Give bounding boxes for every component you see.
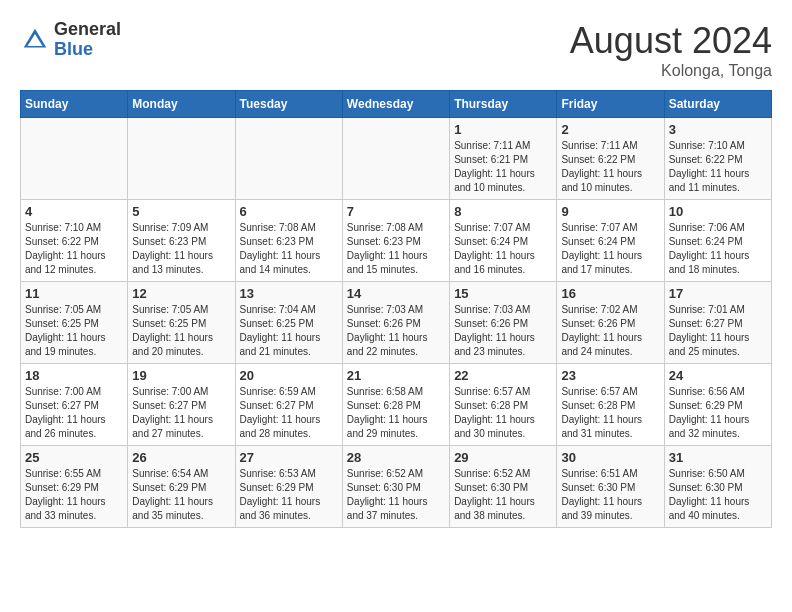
day-number: 29 bbox=[454, 450, 552, 465]
day-info: Sunrise: 7:11 AM Sunset: 6:22 PM Dayligh… bbox=[561, 139, 659, 195]
calendar-cell: 13Sunrise: 7:04 AM Sunset: 6:25 PM Dayli… bbox=[235, 282, 342, 364]
day-info: Sunrise: 6:53 AM Sunset: 6:29 PM Dayligh… bbox=[240, 467, 338, 523]
day-number: 23 bbox=[561, 368, 659, 383]
calendar-cell: 28Sunrise: 6:52 AM Sunset: 6:30 PM Dayli… bbox=[342, 446, 449, 528]
day-number: 13 bbox=[240, 286, 338, 301]
day-number: 3 bbox=[669, 122, 767, 137]
day-number: 9 bbox=[561, 204, 659, 219]
logo-text: General Blue bbox=[54, 20, 121, 60]
day-info: Sunrise: 7:03 AM Sunset: 6:26 PM Dayligh… bbox=[347, 303, 445, 359]
calendar-cell: 7Sunrise: 7:08 AM Sunset: 6:23 PM Daylig… bbox=[342, 200, 449, 282]
day-number: 24 bbox=[669, 368, 767, 383]
day-number: 4 bbox=[25, 204, 123, 219]
day-info: Sunrise: 7:09 AM Sunset: 6:23 PM Dayligh… bbox=[132, 221, 230, 277]
day-info: Sunrise: 7:10 AM Sunset: 6:22 PM Dayligh… bbox=[25, 221, 123, 277]
calendar-cell: 10Sunrise: 7:06 AM Sunset: 6:24 PM Dayli… bbox=[664, 200, 771, 282]
calendar-cell bbox=[21, 118, 128, 200]
day-info: Sunrise: 7:00 AM Sunset: 6:27 PM Dayligh… bbox=[132, 385, 230, 441]
week-row-2: 11Sunrise: 7:05 AM Sunset: 6:25 PM Dayli… bbox=[21, 282, 772, 364]
header-sunday: Sunday bbox=[21, 91, 128, 118]
week-row-1: 4Sunrise: 7:10 AM Sunset: 6:22 PM Daylig… bbox=[21, 200, 772, 282]
calendar-cell: 3Sunrise: 7:10 AM Sunset: 6:22 PM Daylig… bbox=[664, 118, 771, 200]
day-number: 27 bbox=[240, 450, 338, 465]
calendar-body: 1Sunrise: 7:11 AM Sunset: 6:21 PM Daylig… bbox=[21, 118, 772, 528]
calendar-cell: 12Sunrise: 7:05 AM Sunset: 6:25 PM Dayli… bbox=[128, 282, 235, 364]
logo-icon bbox=[20, 25, 50, 55]
day-number: 10 bbox=[669, 204, 767, 219]
calendar-header: SundayMondayTuesdayWednesdayThursdayFrid… bbox=[21, 91, 772, 118]
header-thursday: Thursday bbox=[450, 91, 557, 118]
page-header: General Blue August 2024 Kolonga, Tonga bbox=[20, 20, 772, 80]
calendar-cell bbox=[235, 118, 342, 200]
calendar-cell: 15Sunrise: 7:03 AM Sunset: 6:26 PM Dayli… bbox=[450, 282, 557, 364]
calendar-cell: 9Sunrise: 7:07 AM Sunset: 6:24 PM Daylig… bbox=[557, 200, 664, 282]
day-number: 21 bbox=[347, 368, 445, 383]
day-number: 26 bbox=[132, 450, 230, 465]
day-number: 18 bbox=[25, 368, 123, 383]
day-number: 28 bbox=[347, 450, 445, 465]
calendar-cell: 30Sunrise: 6:51 AM Sunset: 6:30 PM Dayli… bbox=[557, 446, 664, 528]
day-info: Sunrise: 7:07 AM Sunset: 6:24 PM Dayligh… bbox=[454, 221, 552, 277]
day-info: Sunrise: 7:07 AM Sunset: 6:24 PM Dayligh… bbox=[561, 221, 659, 277]
day-info: Sunrise: 7:05 AM Sunset: 6:25 PM Dayligh… bbox=[132, 303, 230, 359]
day-number: 5 bbox=[132, 204, 230, 219]
header-row: SundayMondayTuesdayWednesdayThursdayFrid… bbox=[21, 91, 772, 118]
day-number: 20 bbox=[240, 368, 338, 383]
day-number: 30 bbox=[561, 450, 659, 465]
day-info: Sunrise: 7:00 AM Sunset: 6:27 PM Dayligh… bbox=[25, 385, 123, 441]
calendar-cell: 23Sunrise: 6:57 AM Sunset: 6:28 PM Dayli… bbox=[557, 364, 664, 446]
calendar-cell: 24Sunrise: 6:56 AM Sunset: 6:29 PM Dayli… bbox=[664, 364, 771, 446]
day-number: 14 bbox=[347, 286, 445, 301]
header-wednesday: Wednesday bbox=[342, 91, 449, 118]
day-info: Sunrise: 7:11 AM Sunset: 6:21 PM Dayligh… bbox=[454, 139, 552, 195]
calendar-cell: 31Sunrise: 6:50 AM Sunset: 6:30 PM Dayli… bbox=[664, 446, 771, 528]
title-block: August 2024 Kolonga, Tonga bbox=[570, 20, 772, 80]
calendar-cell bbox=[342, 118, 449, 200]
calendar-cell: 2Sunrise: 7:11 AM Sunset: 6:22 PM Daylig… bbox=[557, 118, 664, 200]
calendar-cell: 27Sunrise: 6:53 AM Sunset: 6:29 PM Dayli… bbox=[235, 446, 342, 528]
day-info: Sunrise: 6:59 AM Sunset: 6:27 PM Dayligh… bbox=[240, 385, 338, 441]
page-subtitle: Kolonga, Tonga bbox=[570, 62, 772, 80]
header-monday: Monday bbox=[128, 91, 235, 118]
day-info: Sunrise: 6:52 AM Sunset: 6:30 PM Dayligh… bbox=[347, 467, 445, 523]
calendar-cell: 5Sunrise: 7:09 AM Sunset: 6:23 PM Daylig… bbox=[128, 200, 235, 282]
calendar-cell: 4Sunrise: 7:10 AM Sunset: 6:22 PM Daylig… bbox=[21, 200, 128, 282]
calendar-cell: 26Sunrise: 6:54 AM Sunset: 6:29 PM Dayli… bbox=[128, 446, 235, 528]
day-number: 8 bbox=[454, 204, 552, 219]
day-info: Sunrise: 6:51 AM Sunset: 6:30 PM Dayligh… bbox=[561, 467, 659, 523]
week-row-3: 18Sunrise: 7:00 AM Sunset: 6:27 PM Dayli… bbox=[21, 364, 772, 446]
calendar-cell: 22Sunrise: 6:57 AM Sunset: 6:28 PM Dayli… bbox=[450, 364, 557, 446]
logo: General Blue bbox=[20, 20, 121, 60]
day-info: Sunrise: 7:02 AM Sunset: 6:26 PM Dayligh… bbox=[561, 303, 659, 359]
day-info: Sunrise: 6:56 AM Sunset: 6:29 PM Dayligh… bbox=[669, 385, 767, 441]
day-number: 11 bbox=[25, 286, 123, 301]
header-tuesday: Tuesday bbox=[235, 91, 342, 118]
header-friday: Friday bbox=[557, 91, 664, 118]
day-number: 12 bbox=[132, 286, 230, 301]
day-info: Sunrise: 7:04 AM Sunset: 6:25 PM Dayligh… bbox=[240, 303, 338, 359]
calendar-cell: 25Sunrise: 6:55 AM Sunset: 6:29 PM Dayli… bbox=[21, 446, 128, 528]
week-row-0: 1Sunrise: 7:11 AM Sunset: 6:21 PM Daylig… bbox=[21, 118, 772, 200]
day-info: Sunrise: 7:01 AM Sunset: 6:27 PM Dayligh… bbox=[669, 303, 767, 359]
day-number: 7 bbox=[347, 204, 445, 219]
day-info: Sunrise: 6:54 AM Sunset: 6:29 PM Dayligh… bbox=[132, 467, 230, 523]
logo-blue-text: Blue bbox=[54, 40, 121, 60]
day-info: Sunrise: 6:57 AM Sunset: 6:28 PM Dayligh… bbox=[561, 385, 659, 441]
day-info: Sunrise: 7:10 AM Sunset: 6:22 PM Dayligh… bbox=[669, 139, 767, 195]
calendar-cell: 14Sunrise: 7:03 AM Sunset: 6:26 PM Dayli… bbox=[342, 282, 449, 364]
calendar-cell: 19Sunrise: 7:00 AM Sunset: 6:27 PM Dayli… bbox=[128, 364, 235, 446]
day-info: Sunrise: 6:52 AM Sunset: 6:30 PM Dayligh… bbox=[454, 467, 552, 523]
day-number: 15 bbox=[454, 286, 552, 301]
day-number: 31 bbox=[669, 450, 767, 465]
day-info: Sunrise: 7:08 AM Sunset: 6:23 PM Dayligh… bbox=[347, 221, 445, 277]
day-number: 17 bbox=[669, 286, 767, 301]
day-info: Sunrise: 7:06 AM Sunset: 6:24 PM Dayligh… bbox=[669, 221, 767, 277]
calendar-cell: 16Sunrise: 7:02 AM Sunset: 6:26 PM Dayli… bbox=[557, 282, 664, 364]
week-row-4: 25Sunrise: 6:55 AM Sunset: 6:29 PM Dayli… bbox=[21, 446, 772, 528]
calendar-cell: 1Sunrise: 7:11 AM Sunset: 6:21 PM Daylig… bbox=[450, 118, 557, 200]
day-number: 1 bbox=[454, 122, 552, 137]
calendar-cell bbox=[128, 118, 235, 200]
page-title: August 2024 bbox=[570, 20, 772, 62]
day-info: Sunrise: 7:05 AM Sunset: 6:25 PM Dayligh… bbox=[25, 303, 123, 359]
day-info: Sunrise: 6:50 AM Sunset: 6:30 PM Dayligh… bbox=[669, 467, 767, 523]
